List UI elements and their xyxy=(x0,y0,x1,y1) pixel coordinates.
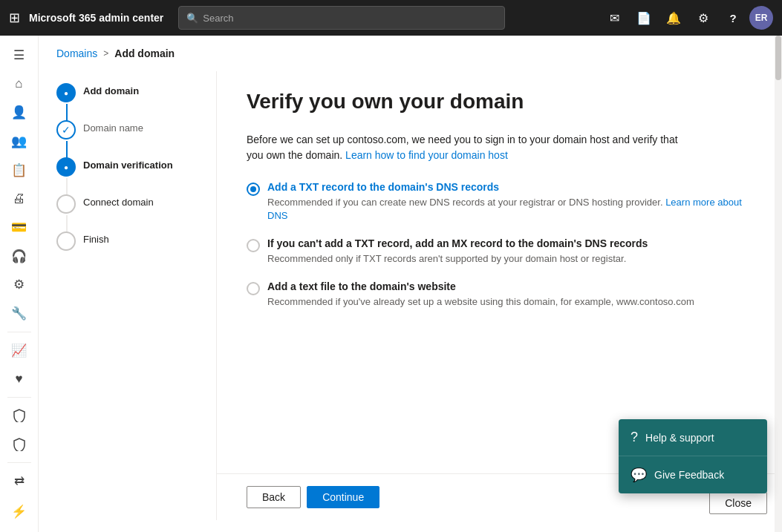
help-support-item[interactable]: ? Help & support xyxy=(619,419,767,456)
sidebar-divider xyxy=(7,332,31,332)
search-input[interactable] xyxy=(203,13,497,24)
sidebar-item-group[interactable]: 👥 xyxy=(3,128,36,155)
sidebar-item-home[interactable]: ⌂ xyxy=(3,70,36,98)
step-label-connect-domain: Connect domain xyxy=(83,194,154,208)
radio-content-file: Add a text file to the domain's website … xyxy=(267,280,752,309)
gear-icon-btn[interactable]: ⚙ xyxy=(690,4,717,31)
step-finish: Finish xyxy=(56,231,198,251)
sidebar-item-settings[interactable]: ⚙ xyxy=(3,272,36,299)
search-icon: 🔍 xyxy=(186,13,198,24)
avatar[interactable]: ER xyxy=(749,6,773,30)
sidebar-item-shield2[interactable] xyxy=(3,431,36,459)
sidebar-item-reports[interactable]: 📈 xyxy=(3,337,36,364)
help-support-label: Help & support xyxy=(645,432,714,444)
step-connect-domain: Connect domain xyxy=(56,194,198,214)
radio-btn-file[interactable] xyxy=(247,282,260,295)
step-circle-2: ✓ xyxy=(56,120,76,139)
sidebar-item-lightning[interactable]: ⚡ xyxy=(3,496,36,526)
app-title: Microsoft 365 admin center xyxy=(29,12,163,24)
step-label-domain-verification: Domain verification xyxy=(83,157,173,171)
step-domain-name: ✓ Domain name xyxy=(56,120,198,139)
popup-menu: ? Help & support 💬 Give Feedback xyxy=(619,419,767,493)
doc-icon-btn[interactable]: 📄 xyxy=(631,4,657,31)
radio-option-mx: If you can't add a TXT record, add an MX… xyxy=(247,237,752,266)
breadcrumb-current: Add domain xyxy=(114,47,175,59)
radio-desc-file: Recommended if you've already set up a w… xyxy=(267,295,752,309)
domain-host-link[interactable]: Learn how to find your domain host xyxy=(345,149,508,161)
sidebar-item-contacts[interactable]: 📋 xyxy=(3,157,36,184)
step-connector-4 xyxy=(66,215,68,233)
bell-icon-btn[interactable]: 🔔 xyxy=(660,4,687,31)
radio-btn-mx[interactable] xyxy=(247,239,260,252)
sidebar-item-billing[interactable]: 💳 xyxy=(3,214,36,241)
description: Before we can set up contoso.com, we nee… xyxy=(247,132,692,163)
step-label-add-domain: Add domain xyxy=(83,83,139,96)
step-connector-1 xyxy=(66,104,68,122)
step-circle-4 xyxy=(56,194,76,214)
step-circle-1: ● xyxy=(56,83,76,102)
step-label-domain-name: Domain name xyxy=(83,120,143,134)
sidebar-divider-2 xyxy=(7,397,31,398)
radio-option-txt: Add a TXT record to the domain's DNS rec… xyxy=(247,181,752,223)
sidebar-bottom: ⚡ xyxy=(3,496,36,526)
breadcrumb-domains-link[interactable]: Domains xyxy=(56,47,97,59)
help-support-icon: ? xyxy=(631,430,638,445)
radio-desc-mx: Recommended only if TXT records aren't s… xyxy=(267,252,752,266)
wizard-steps: ● Add domain ✓ Domain name ● Domain xyxy=(39,71,217,520)
content-area: Verify you own your domain Before we can… xyxy=(217,71,782,467)
step-circle-5 xyxy=(56,231,76,251)
sidebar-item-printer[interactable]: 🖨 xyxy=(3,185,36,212)
radio-title-file[interactable]: Add a text file to the domain's website xyxy=(267,280,752,292)
continue-button[interactable]: Continue xyxy=(307,486,379,508)
step-connector-2 xyxy=(66,141,68,159)
step-add-domain: ● Add domain xyxy=(56,83,198,102)
page-title: Verify you own your domain xyxy=(247,89,752,114)
feedback-icon: 💬 xyxy=(631,467,647,483)
step-circle-3: ● xyxy=(56,157,76,177)
back-button[interactable]: Back xyxy=(247,486,301,508)
radio-btn-txt[interactable] xyxy=(247,183,260,196)
radio-content-mx: If you can't add a TXT record, add an MX… xyxy=(267,237,752,266)
breadcrumb-separator: > xyxy=(103,48,108,59)
radio-option-file: Add a text file to the domain's website … xyxy=(247,280,752,309)
give-feedback-label: Give Feedback xyxy=(654,469,724,481)
radio-desc-txt-text: Recommended if you can create new DNS re… xyxy=(267,197,663,208)
close-button[interactable]: Close xyxy=(709,492,767,514)
radio-title-txt[interactable]: Add a TXT record to the domain's DNS rec… xyxy=(267,181,752,193)
grid-icon[interactable]: ⊞ xyxy=(9,10,20,26)
step-domain-verification: ● Domain verification xyxy=(56,157,198,177)
top-nav: ⊞ Microsoft 365 admin center 🔍 ✉ 📄 🔔 ⚙ ?… xyxy=(0,0,782,36)
close-area: Close xyxy=(709,492,767,514)
sidebar-item-menu[interactable]: ☰ xyxy=(3,42,36,69)
scrollbar[interactable] xyxy=(775,36,782,532)
sidebar-item-tools[interactable]: 🔧 xyxy=(3,300,36,327)
radio-title-mx[interactable]: If you can't add a TXT record, add an MX… xyxy=(267,237,752,249)
give-feedback-item[interactable]: 💬 Give Feedback xyxy=(619,456,767,493)
sidebar: ☰ ⌂ 👤 👥 📋 🖨 💳 🎧 ⚙ 🔧 📈 ♥ ⇄ ⚡ xyxy=(0,36,39,532)
nav-icons-group: ✉ 📄 🔔 ⚙ ? ER xyxy=(601,4,773,31)
breadcrumb: Domains > Add domain xyxy=(39,36,782,65)
help-icon-btn[interactable]: ? xyxy=(720,4,746,31)
sidebar-item-support[interactable]: 🎧 xyxy=(3,243,36,270)
radio-content-txt: Add a TXT record to the domain's DNS rec… xyxy=(267,181,752,223)
email-icon-btn[interactable]: ✉ xyxy=(601,4,628,31)
sidebar-item-exchange[interactable]: ⇄ xyxy=(3,467,36,495)
sidebar-item-health[interactable]: ♥ xyxy=(3,365,36,393)
step-label-finish: Finish xyxy=(83,231,109,245)
sidebar-item-users[interactable]: 👤 xyxy=(3,99,36,126)
scroll-thumb[interactable] xyxy=(775,36,781,80)
step-connector-3 xyxy=(66,178,68,196)
search-box[interactable]: 🔍 xyxy=(178,6,505,30)
sidebar-item-shield1[interactable] xyxy=(3,402,36,430)
sidebar-divider-3 xyxy=(7,462,31,463)
radio-desc-txt: Recommended if you can create new DNS re… xyxy=(267,196,752,223)
